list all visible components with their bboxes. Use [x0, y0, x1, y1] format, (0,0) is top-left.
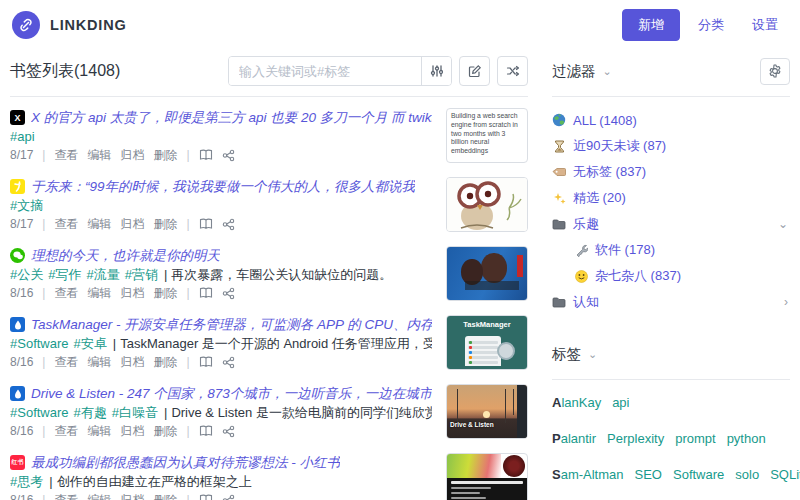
filter-item-software[interactable]: 软件 (178) — [552, 237, 790, 263]
tags-title-toggle[interactable]: 标签 ⌄ — [552, 345, 597, 364]
view-action[interactable]: 查看 — [54, 285, 78, 302]
view-action[interactable]: 查看 — [54, 354, 78, 371]
view-action[interactable]: 查看 — [54, 423, 78, 440]
bookmark-tag[interactable]: #Software — [10, 405, 69, 420]
share-icon[interactable] — [222, 287, 235, 300]
edit-action[interactable]: 编辑 — [87, 147, 111, 164]
reader-mode-icon[interactable] — [199, 218, 213, 230]
tag-link[interactable]: prompt — [675, 431, 715, 446]
share-icon[interactable] — [222, 149, 235, 162]
filter-folder-cognition[interactable]: 认知 › — [552, 289, 790, 315]
search-input[interactable] — [229, 57, 421, 85]
view-action[interactable]: 查看 — [54, 147, 78, 164]
archive-action[interactable]: 归档 — [120, 147, 144, 164]
bookmark-title-link[interactable]: 于东来：“99年的时候，我说我要做一个伟大的人，很多人都说我 — [31, 178, 415, 196]
edit-action[interactable]: 编辑 — [87, 423, 111, 440]
search-options-button[interactable] — [421, 57, 451, 85]
bookmark-title-link[interactable]: X 的官方 api 太贵了，即便是第三方 api 也要 20 多刀一个月 而 t… — [31, 109, 432, 127]
reader-mode-icon[interactable] — [199, 149, 213, 161]
bookmark-thumbnail[interactable] — [446, 177, 528, 232]
tag-link[interactable]: AlanKay — [552, 395, 601, 410]
filter-item-misc[interactable]: 杂七杂八 (837) — [552, 263, 790, 289]
bookmark-tag[interactable]: #Software — [10, 336, 69, 351]
settings-link[interactable]: 设置 — [742, 10, 788, 40]
bookmark-tag[interactable]: #思考 — [10, 474, 43, 489]
filter-link[interactable]: 软件 (178) — [574, 241, 655, 259]
reader-mode-icon[interactable] — [199, 287, 213, 299]
view-action[interactable]: 查看 — [54, 216, 78, 233]
bookmark-title-link[interactable]: 最成功编剧都很愚蠢因为认真对待荒谬想法 - 小红书 — [31, 454, 340, 472]
share-icon[interactable] — [222, 356, 235, 369]
tag-link[interactable]: SEO — [635, 467, 662, 482]
reader-mode-icon[interactable] — [199, 356, 213, 368]
edit-action[interactable]: 编辑 — [87, 216, 111, 233]
filter-link[interactable]: 精选 (20) — [552, 189, 626, 207]
archive-action[interactable]: 归档 — [120, 492, 144, 500]
bulk-edit-button[interactable] — [459, 56, 490, 86]
share-icon[interactable] — [222, 218, 235, 231]
random-sort-button[interactable] — [497, 56, 528, 86]
bookmark-thumbnail[interactable]: Drive & Listen — [446, 384, 528, 439]
bookmark-tag[interactable]: #有趣 — [74, 405, 107, 420]
categories-link[interactable]: 分类 — [688, 10, 734, 40]
bookmark-title-link[interactable]: TaskManager - 开源安卓任务管理器，可监测各 APP 的 CPU、内… — [31, 316, 432, 334]
tag-link[interactable]: SQLite — [770, 467, 800, 482]
delete-action[interactable]: 删除 — [153, 492, 177, 500]
filter-link[interactable]: 认知 — [552, 293, 599, 311]
chevron-right-icon[interactable]: › — [784, 295, 788, 309]
tag-link[interactable]: Software — [673, 467, 724, 482]
chevron-down-icon[interactable]: ⌄ — [778, 217, 788, 231]
bookmark-tag[interactable]: #api — [10, 129, 35, 144]
delete-action[interactable]: 删除 — [153, 423, 177, 440]
edit-action[interactable]: 编辑 — [87, 492, 111, 500]
bookmark-tag[interactable]: #安卓 — [74, 336, 107, 351]
tag-link[interactable]: api — [612, 395, 629, 410]
filter-item-unread-90d[interactable]: 近90天未读 (87) — [552, 133, 790, 159]
share-icon[interactable] — [222, 425, 235, 438]
filter-item-all[interactable]: ALL (1408) — [552, 107, 790, 133]
bookmark-thumbnail[interactable] — [446, 246, 528, 301]
add-bookmark-button[interactable]: 新增 — [622, 9, 680, 41]
view-action[interactable]: 查看 — [54, 492, 78, 500]
bookmark-thumbnail[interactable]: Building a web search engine from scratc… — [446, 108, 528, 163]
delete-action[interactable]: 删除 — [153, 354, 177, 371]
tag-link[interactable]: Sam-Altman — [552, 467, 624, 482]
filter-item-featured[interactable]: 精选 (20) — [552, 185, 790, 211]
filter-link[interactable]: 无标签 (837) — [552, 163, 646, 181]
delete-action[interactable]: 删除 — [153, 147, 177, 164]
bookmark-tag[interactable]: #白噪音 — [112, 405, 158, 420]
bookmark-thumbnail[interactable]: TaskManager — [446, 315, 528, 370]
bookmark-tag[interactable]: #文摘 — [10, 198, 43, 213]
archive-action[interactable]: 归档 — [120, 285, 144, 302]
bookmark-title-link[interactable]: 理想的今天，也许就是你的明天 — [31, 247, 220, 265]
delete-action[interactable]: 删除 — [153, 285, 177, 302]
bookmark-tag[interactable]: #营销 — [125, 267, 158, 282]
edit-action[interactable]: 编辑 — [87, 285, 111, 302]
filter-link[interactable]: 乐趣 — [552, 215, 599, 233]
archive-action[interactable]: 归档 — [120, 354, 144, 371]
bookmark-tag[interactable]: #公关 — [10, 267, 43, 282]
archive-action[interactable]: 归档 — [120, 216, 144, 233]
tag-link[interactable]: Palantir — [552, 431, 596, 446]
tag-link[interactable]: solo — [735, 467, 759, 482]
filter-item-untagged[interactable]: 无标签 (837) — [552, 159, 790, 185]
tag-link[interactable]: python — [727, 431, 766, 446]
bookmark-tag[interactable]: #写作 — [48, 267, 81, 282]
filter-link[interactable]: 杂七杂八 (837) — [574, 267, 681, 285]
reader-mode-icon[interactable] — [199, 425, 213, 437]
bookmark-title-link[interactable]: Drive & Listen - 247 个国家，873个城市，一边听音乐，一边… — [31, 385, 432, 403]
filter-link[interactable]: 近90天未读 (87) — [552, 137, 666, 155]
bookmark-tag[interactable]: #流量 — [86, 267, 119, 282]
tag-link[interactable]: Perplexity — [607, 431, 664, 446]
brand-home-link[interactable]: LINKDING — [12, 11, 126, 39]
filter-folder-fun[interactable]: 乐趣 ⌄ — [552, 211, 790, 237]
archive-action[interactable]: 归档 — [120, 423, 144, 440]
filters-title-toggle[interactable]: 过滤器 ⌄ — [552, 62, 612, 81]
share-icon[interactable] — [222, 494, 235, 500]
edit-action[interactable]: 编辑 — [87, 354, 111, 371]
filter-link[interactable]: ALL (1408) — [552, 113, 637, 128]
delete-action[interactable]: 删除 — [153, 216, 177, 233]
bookmark-thumbnail[interactable] — [446, 453, 528, 500]
reader-mode-icon[interactable] — [199, 494, 213, 500]
filter-settings-button[interactable] — [760, 58, 790, 85]
